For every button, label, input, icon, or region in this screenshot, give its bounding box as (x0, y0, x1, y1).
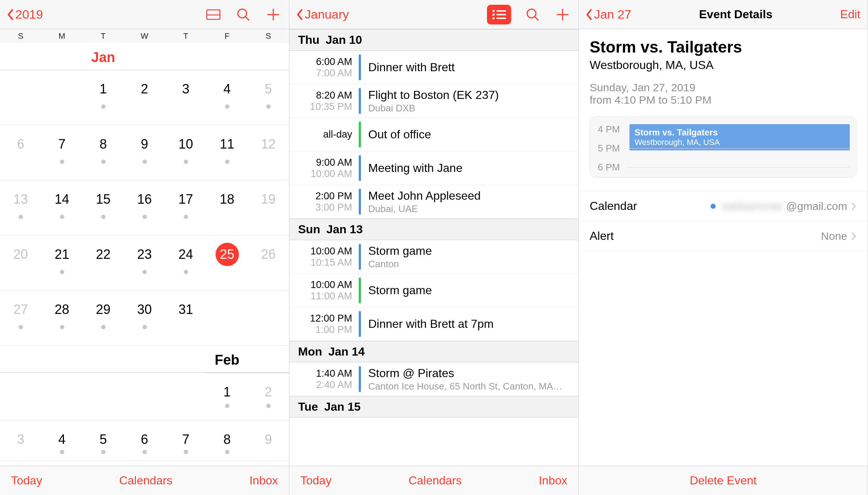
inbox-button[interactable]: Inbox (250, 474, 278, 487)
add-event-button[interactable] (265, 6, 282, 23)
agenda-event-row[interactable]: 10:00 AM10:15 AMStorm gameCanton (289, 240, 578, 274)
event-indicator-dot (60, 215, 64, 219)
svg-line-13 (535, 17, 538, 20)
day-cell[interactable]: 27 (0, 291, 41, 345)
day-cell[interactable]: 5 (248, 70, 289, 125)
back-to-month-button[interactable]: January (297, 7, 349, 22)
day-cell[interactable]: 2 (248, 373, 289, 420)
day-cell[interactable]: 3 (0, 421, 41, 461)
search-button[interactable] (524, 6, 541, 23)
list-view-toggle-active[interactable] (487, 5, 511, 24)
agenda-event-row[interactable]: 6:00 AM7:00 AMDinner with Brett (289, 51, 578, 84)
day-cell[interactable]: 30 (124, 291, 165, 345)
today-button[interactable]: Today (300, 474, 331, 487)
day-cell[interactable]: 8 (83, 125, 124, 180)
day-cell[interactable]: 9 (124, 125, 165, 180)
event-time-column: 9:00 AM10:00 AM (289, 155, 359, 181)
day-cell[interactable]: 20 (0, 235, 41, 290)
day-cell[interactable]: 2 (124, 70, 165, 125)
today-button[interactable]: Today (11, 474, 42, 487)
back-to-year-button[interactable]: 2019 (7, 7, 43, 22)
day-cell[interactable]: 14 (41, 180, 83, 235)
day-cell[interactable]: 9 (248, 421, 289, 461)
day-cell[interactable]: 15 (83, 180, 124, 235)
back-to-day-button[interactable]: Jan 27 (586, 7, 631, 22)
day-cell[interactable]: 10 (165, 125, 206, 180)
day-cell[interactable]: 6 (124, 421, 165, 461)
calendar-row[interactable]: Calendar kabbamonte@gmail.com (579, 191, 868, 221)
add-event-button[interactable] (554, 6, 571, 23)
agenda-event-row[interactable]: 12:00 PM1:00 PMDinner with Brett at 7pm (289, 307, 578, 341)
day-number: 13 (9, 188, 33, 211)
search-button[interactable] (235, 6, 252, 23)
day-number: 27 (9, 298, 33, 321)
day-cell[interactable]: 17 (165, 180, 206, 235)
event-text-column: Storm gameCanton (368, 244, 578, 270)
day-cell[interactable]: 21 (41, 235, 83, 290)
day-cell[interactable]: 24 (165, 235, 206, 290)
day-cell[interactable]: 7 (41, 125, 83, 180)
day-cell[interactable]: 6 (0, 125, 41, 180)
day-cell[interactable]: 13 (0, 180, 41, 235)
day-number: 21 (50, 243, 74, 266)
event-indicator-dot (225, 404, 229, 408)
event-text-column: Dinner with Brett (368, 54, 578, 80)
plus-icon (555, 7, 570, 22)
svg-point-10 (492, 17, 495, 19)
agenda-day-header: Tue Jan 15 (289, 396, 578, 418)
timeline-hour-label: 4 PM (590, 124, 627, 135)
calendar-color-bar (359, 88, 361, 114)
day-cell[interactable]: 18 (206, 180, 248, 235)
event-indicator-dot (101, 325, 106, 329)
day-cell[interactable]: 23 (124, 235, 165, 290)
day-cell[interactable]: 8 (206, 421, 248, 461)
calendar-color-dot (711, 204, 716, 209)
day-cell[interactable]: 16 (124, 180, 165, 235)
agenda-event-row[interactable]: 2:00 PM3:00 PMMeet John AppleseedDubai, … (289, 185, 578, 219)
day-cell[interactable]: 1 (206, 373, 248, 420)
day-number: 15 (92, 188, 115, 211)
day-number: 25 (216, 243, 239, 266)
day-cell[interactable]: 19 (248, 180, 289, 235)
day-cell[interactable]: 11 (206, 125, 248, 180)
day-cell[interactable]: 4 (206, 70, 248, 125)
agenda-event-row[interactable]: 9:00 AM10:00 AMMeeting with Jane (289, 151, 578, 185)
calendars-button[interactable]: Calendars (408, 474, 462, 487)
agenda-event-row[interactable]: 8:20 AM10:35 PMFlight to Boston (EK 237)… (289, 84, 578, 118)
event-indicator-dot (60, 450, 64, 454)
event-time-column: 12:00 PM1:00 PM (289, 311, 359, 337)
chevron-left-icon (297, 8, 303, 21)
list-view-toggle[interactable] (205, 6, 222, 23)
edit-button[interactable]: Edit (840, 8, 860, 21)
day-cell[interactable]: 22 (83, 235, 124, 290)
day-cell[interactable]: 26 (248, 235, 289, 290)
agenda-event-row[interactable]: 1:40 AM2:40 AMStorm @ PiratesCanton Ice … (289, 362, 578, 396)
event-text-column: Storm @ PiratesCanton Ice House, 65 Nort… (368, 366, 578, 392)
event-indicator-dot (184, 160, 188, 164)
day-cell[interactable]: 4 (41, 421, 83, 461)
page-title: Event Details (699, 8, 772, 21)
day-cell[interactable]: 29 (83, 291, 124, 345)
day-cell[interactable]: 28 (41, 291, 83, 345)
day-cell[interactable]: 25 (206, 235, 248, 290)
agenda-event-row[interactable]: all-dayOut of office (289, 118, 578, 151)
alert-label: Alert (590, 229, 614, 243)
inbox-button[interactable]: Inbox (539, 474, 567, 487)
month-view-panel: 2019 SMTWTFS Jan 12345678910111213141516… (0, 0, 289, 495)
calendars-button[interactable]: Calendars (119, 474, 172, 487)
day-cell[interactable]: 1 (83, 70, 124, 125)
day-number: 6 (9, 133, 33, 156)
day-number: 9 (257, 428, 280, 451)
alert-row[interactable]: Alert None (579, 221, 868, 251)
timeline-hour-label: 5 PM (590, 143, 627, 154)
event-date: Sunday, Jan 27, 2019 (590, 81, 857, 94)
agenda-event-row[interactable]: 10:00 AM11:00 AMStorm game (289, 274, 578, 307)
agenda-list[interactable]: Thu Jan 106:00 AM7:00 AMDinner with Bret… (289, 29, 578, 466)
day-cell[interactable]: 7 (165, 421, 206, 461)
day-cell[interactable]: 12 (248, 125, 289, 180)
day-cell[interactable]: 5 (83, 421, 124, 461)
day-cell[interactable]: 3 (165, 70, 206, 125)
delete-event-button[interactable]: Delete Event (690, 474, 757, 487)
day-cell[interactable]: 31 (165, 291, 206, 345)
calendar-color-bar (359, 366, 361, 392)
